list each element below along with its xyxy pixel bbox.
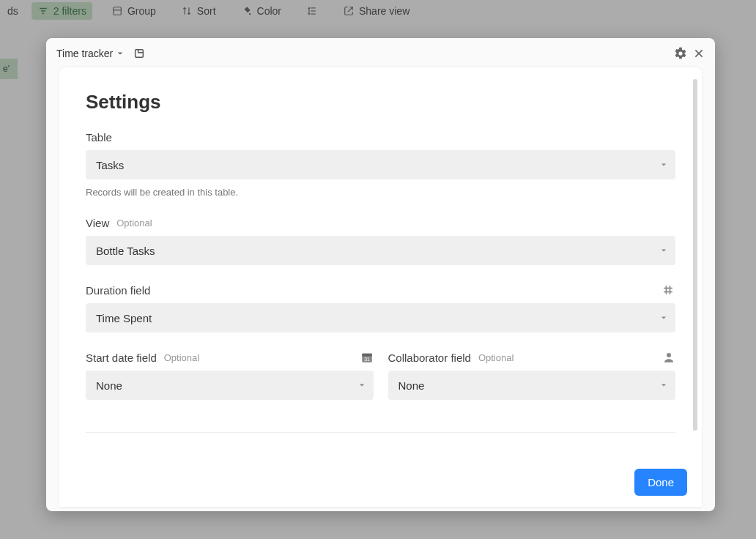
start-date-label: Start date field bbox=[86, 352, 157, 364]
start-date-optional: Optional bbox=[164, 352, 199, 363]
field-view: View Optional Bottle Tasks bbox=[86, 215, 675, 265]
caret-down-icon bbox=[661, 248, 667, 253]
modal-title: Time tracker bbox=[56, 48, 113, 59]
caret-down-icon bbox=[661, 315, 667, 321]
field-table: Table Tasks Records will be created in t… bbox=[86, 130, 675, 198]
view-value: Bottle Tasks bbox=[96, 245, 155, 257]
open-window-icon[interactable] bbox=[133, 48, 145, 59]
start-date-value: None bbox=[96, 379, 122, 392]
collaborator-optional: Optional bbox=[478, 352, 514, 363]
table-label: Table bbox=[86, 131, 112, 144]
table-select[interactable]: Tasks bbox=[86, 150, 675, 179]
settings-card: Settings Table Tasks Records will be cre… bbox=[59, 67, 702, 507]
view-optional: Optional bbox=[116, 218, 152, 228]
field-start-date: Start date field Optional 31 None bbox=[86, 350, 374, 400]
number-icon bbox=[661, 283, 675, 297]
duration-label: Duration field bbox=[86, 284, 150, 297]
settings-footer: Done bbox=[59, 457, 702, 507]
settings-gear-icon[interactable] bbox=[674, 47, 687, 60]
collaborator-value: None bbox=[399, 379, 425, 392]
svg-rect-9 bbox=[136, 50, 144, 58]
modal: Time tracker Settings Table Tasks bbox=[46, 38, 715, 511]
start-date-select[interactable]: None bbox=[86, 371, 374, 400]
calendar-icon: 31 bbox=[360, 351, 374, 364]
collaborator-label: Collaborator field bbox=[388, 352, 471, 364]
caret-down-icon bbox=[359, 382, 365, 388]
field-collaborator: Collaborator field Optional None bbox=[388, 350, 676, 400]
caret-down-icon bbox=[661, 162, 667, 168]
collaborator-select[interactable]: None bbox=[388, 371, 676, 400]
svg-text:31: 31 bbox=[364, 357, 370, 362]
svg-point-19 bbox=[667, 353, 671, 357]
table-helper: Records will be created in this table. bbox=[86, 187, 675, 198]
field-duration: Duration field Time Spent bbox=[86, 283, 675, 332]
section-divider bbox=[86, 432, 675, 433]
view-label: View bbox=[86, 217, 109, 229]
modal-title-dropdown[interactable]: Time tracker bbox=[56, 48, 123, 59]
person-icon bbox=[662, 351, 675, 364]
caret-down-icon bbox=[117, 51, 123, 56]
duration-select[interactable]: Time Spent bbox=[86, 303, 675, 332]
settings-scroll-area: Settings Table Tasks Records will be cre… bbox=[59, 67, 702, 457]
caret-down-icon bbox=[661, 382, 667, 388]
settings-heading: Settings bbox=[86, 91, 675, 114]
view-select[interactable]: Bottle Tasks bbox=[86, 236, 675, 265]
table-value: Tasks bbox=[96, 159, 124, 171]
modal-header: Time tracker bbox=[46, 38, 715, 67]
duration-value: Time Spent bbox=[96, 312, 152, 324]
close-icon[interactable] bbox=[693, 48, 705, 59]
done-button[interactable]: Done bbox=[634, 469, 687, 496]
